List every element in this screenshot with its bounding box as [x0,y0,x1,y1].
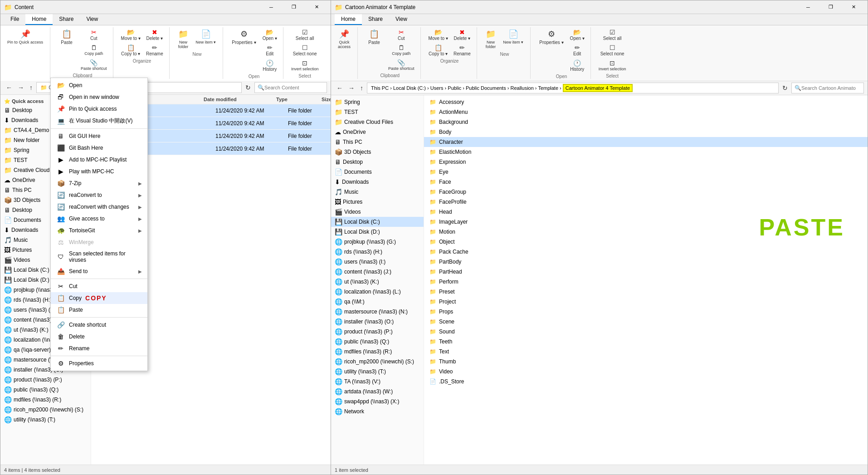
ctx-reconvert-changes[interactable]: 🔄 reaConvert with changes ▶ [51,201,147,213]
right-item-text[interactable]: 📁 Text [424,347,868,357]
move-to-button[interactable]: 📂 Move to ▾ [119,27,143,42]
cut-ribbon-button[interactable]: ✂ Cut [78,27,109,42]
right-open-button[interactable]: 📂 Open ▾ [568,27,587,42]
tab-share[interactable]: Share [53,14,80,25]
right-rename-button[interactable]: ✏ Rename [451,43,473,58]
new-folder-button[interactable]: 📁 Newfolder [175,27,192,51]
right-item-head[interactable]: 📁 Head [424,207,868,217]
open-button[interactable]: 📂 Open ▾ [260,27,279,42]
right-tab-share[interactable]: Share [362,14,389,25]
right-edit-button[interactable]: ✏ Edit [568,43,587,58]
ctx-give-access[interactable]: 👥 Give access to ▶ [51,213,147,225]
right-history-button[interactable]: 🕐 History [568,58,587,73]
right-item-background[interactable]: 📁 Background [424,117,868,127]
right-invert-button[interactable]: ⊡ Invert selection [596,58,629,73]
right-item-teeth[interactable]: 📁 Teeth [424,337,868,347]
ctx-git-bash[interactable]: ⬛ Git Bash Here [51,142,147,154]
right-item-props[interactable]: 📁 Props [424,307,868,317]
right-item-preset[interactable]: 📁 Preset [424,287,868,297]
ctx-play-mpc[interactable]: ▶ Play with MPC-HC [51,166,147,177]
edit-button[interactable]: ✏ Edit [260,43,279,58]
paste-ribbon-button[interactable]: 📋 Paste [56,27,78,47]
right-sidebar-qa[interactable]: 🌐 qa (\\M:) [331,297,424,307]
right-item-scene[interactable]: 📁 Scene [424,317,868,327]
select-all-button[interactable]: ☑ Select all [289,27,321,42]
paste-shortcut-button[interactable]: 📎 Paste shortcut [78,58,109,72]
right-item-sound[interactable]: 📁 Sound [424,327,868,337]
right-properties-button[interactable]: ⚙ Properties ▾ [536,27,566,47]
right-item-packcache[interactable]: 📁 Pack Cache [424,247,868,257]
right-item-project[interactable]: 📁 Project [424,297,868,307]
right-sidebar-installer[interactable]: 🌐 installer (\\nas3) (O:) [331,317,424,327]
right-item-expression[interactable]: 📁 Expression [424,157,868,167]
right-sidebar-videos[interactable]: 🎬 Videos [331,207,424,217]
right-item-motion[interactable]: 📁 Motion [424,227,868,237]
back-button[interactable]: ← [4,83,14,92]
right-sidebar-md[interactable]: 🌐 mdfiles (\\nas3) (R:) [331,347,424,357]
tab-file[interactable]: File [4,14,25,25]
delete-button[interactable]: ✖ Delete ▾ [144,27,166,42]
select-none-button[interactable]: ☐ Select none [289,43,321,58]
right-select-none-button[interactable]: ☐ Select none [596,43,629,58]
refresh-button[interactable]: ↻ [244,83,253,92]
right-sidebar-projbkup[interactable]: 🌐 projbkup (\\nas3) (G:) [331,237,424,247]
right-back-button[interactable]: ← [335,83,345,93]
right-sidebar-master[interactable]: 🌐 mastersource (\\nas3) (N:) [331,307,424,317]
pin-quick-access-button[interactable]: 📌 Pin to Quick access [4,27,46,47]
ctx-7zip[interactable]: 📦 7-Zip ▶ [51,177,147,189]
right-item-object[interactable]: 📁 Object [424,237,868,247]
right-sidebar-utility[interactable]: 🌐 utility (\\nas3) (T:) [331,367,424,377]
search-input[interactable] [264,85,319,90]
new-item-button[interactable]: 📄 New item ▾ [192,27,219,46]
right-restore-button[interactable]: ❐ [820,0,841,14]
right-sidebar-test[interactable]: 📁 TEST [331,107,424,117]
right-sidebar-desktop[interactable]: 🖥 Desktop [331,157,424,167]
right-item-actionmenu[interactable]: 📁 ActionMenu [424,107,868,117]
ctx-delete[interactable]: 🗑 Delete [51,331,147,343]
right-new-folder-button[interactable]: 📁 Newfolder [483,27,499,51]
right-move-button[interactable]: 📂 Move to ▾ [426,27,450,42]
right-sidebar-ta[interactable]: 🌐 TA (\\nas3) (V:) [331,377,424,387]
ctx-visual-studio[interactable]: 💻 在 Visual Studio 中開啟(V) [51,115,147,127]
right-sidebar-content[interactable]: 🌐 content (\\nas3) (J:) [331,267,424,277]
tab-home[interactable]: Home [25,14,53,25]
minimize-button[interactable]: ─ [261,0,282,14]
invert-selection-button[interactable]: ⊡ Invert selection [289,58,321,73]
right-item-ds-store[interactable]: 📄 .DS_Store [424,377,868,387]
ctx-add-mpc[interactable]: ▶ Add to MPC-HC Playlist [51,154,147,166]
right-sidebar-loc[interactable]: 🌐 localization (\\nas3) (L:) [331,287,424,297]
right-item-facegroup[interactable]: 📁 FaceGroup [424,187,868,197]
right-sidebar-thispc[interactable]: 🖥 This PC [331,137,424,147]
ctx-open-new-window[interactable]: 🗗 Open in new window [51,91,147,103]
close-button[interactable]: ✕ [306,0,327,14]
right-item-face[interactable]: 📁 Face [424,177,868,187]
right-item-body[interactable]: 📁 Body [424,127,868,137]
sidebar-item-ricoh[interactable]: 🌐 ricoh_mp2000 (\\newchi) (S:) [0,405,91,415]
right-sidebar-cc[interactable]: 📁 Creative Cloud Files [331,117,424,127]
right-item-partbody[interactable]: 📁 PartBody [424,257,868,267]
right-item-eye[interactable]: 📁 Eye [424,167,868,177]
right-up-button[interactable]: ↑ [358,83,365,93]
right-item-elasticmotion[interactable]: 📁 ElasticMotion [424,147,868,157]
ctx-reconvert[interactable]: 🔄 reaConvert to ▶ [51,189,147,201]
right-sidebar-local-d[interactable]: 💾 Local Disk (D:) [331,227,424,237]
right-item-thumb[interactable]: 📁 Thumb [424,357,868,367]
right-tab-home[interactable]: Home [335,14,362,25]
right-paste-button[interactable]: 📋 Paste [363,27,385,47]
sidebar-item-mdfiles[interactable]: 🌐 mdfiles (\\nas3) (R:) [0,395,91,405]
right-item-video[interactable]: 📁 Video [424,367,868,377]
right-sidebar-artdata[interactable]: 🌐 artdata (\\nas3) (W:) [331,387,424,397]
right-item-perform[interactable]: 📁 Perform [424,277,868,287]
right-sidebar-network[interactable]: 🌐 Network [331,406,424,416]
ctx-copy[interactable]: 📋 Copy COPY [51,292,147,304]
ctx-tortoise[interactable]: 🐢 TortoiseGit ▶ [51,225,147,236]
right-cut-button[interactable]: ✂ Cut [386,27,417,42]
right-sidebar-local-c[interactable]: 💾 Local Disk (C:) [331,217,424,227]
ctx-cut[interactable]: ✂ Cut [51,280,147,292]
ctx-pin-quick[interactable]: 📌 Pin to Quick access [51,103,147,115]
properties-button[interactable]: ⚙ Properties ▾ [229,27,259,47]
right-sidebar-public[interactable]: 🌐 public (\\nas3) (Q:) [331,337,424,347]
right-select-all-button[interactable]: ☑ Select all [596,27,629,42]
right-sidebar-ut[interactable]: 🌐 ut (\\nas3) (K:) [331,277,424,287]
right-sidebar-pictures[interactable]: 🖼 Pictures [331,197,424,207]
